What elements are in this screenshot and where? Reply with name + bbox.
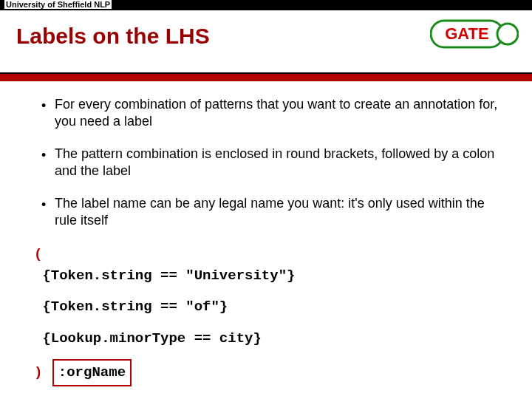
gate-logo-text: GATE xyxy=(445,24,488,43)
bullet-dot-icon: • xyxy=(41,146,55,180)
open-paren: ( xyxy=(34,246,42,262)
affiliation-text: University of Sheffield NLP xyxy=(4,0,112,9)
code-text: {Token.string == "University"} xyxy=(42,267,295,284)
code-line: {Lookup.minorType == city} xyxy=(34,328,502,349)
code-line-open: ( xyxy=(34,244,502,265)
bullet-item: • The pattern combination is enclosed in… xyxy=(41,146,502,180)
bullet-dot-icon: • xyxy=(41,96,55,131)
code-text: {Lookup.minorType == city} xyxy=(42,330,261,347)
content-area: • For every combination of patterns that… xyxy=(41,96,502,386)
code-block: ( {Token.string == "University"} {Token.… xyxy=(34,244,502,386)
code-text: {Token.string == "of"} xyxy=(42,299,228,315)
divider-rule xyxy=(0,72,532,81)
bullet-text: The pattern combination is enclosed in r… xyxy=(55,146,502,180)
bullet-dot-icon: • xyxy=(41,195,55,230)
gate-logo: GATE xyxy=(430,16,519,52)
svg-point-1 xyxy=(497,24,518,44)
code-line: {Token.string == "University"} xyxy=(34,265,502,287)
label-box: :orgName xyxy=(52,359,132,386)
code-line: {Token.string == "of"} xyxy=(34,296,502,318)
slide-title: Labels on the LHS xyxy=(16,24,210,49)
bullet-text: For every combination of patterns that y… xyxy=(55,96,502,131)
bullet-text: The label name can be any legal name you… xyxy=(55,195,502,230)
bullet-item: • For every combination of patterns that… xyxy=(41,96,502,131)
bullet-item: • The label name can be any legal name y… xyxy=(41,195,502,230)
code-line-close: ) :orgName xyxy=(34,359,502,386)
close-paren: ) xyxy=(34,364,42,381)
